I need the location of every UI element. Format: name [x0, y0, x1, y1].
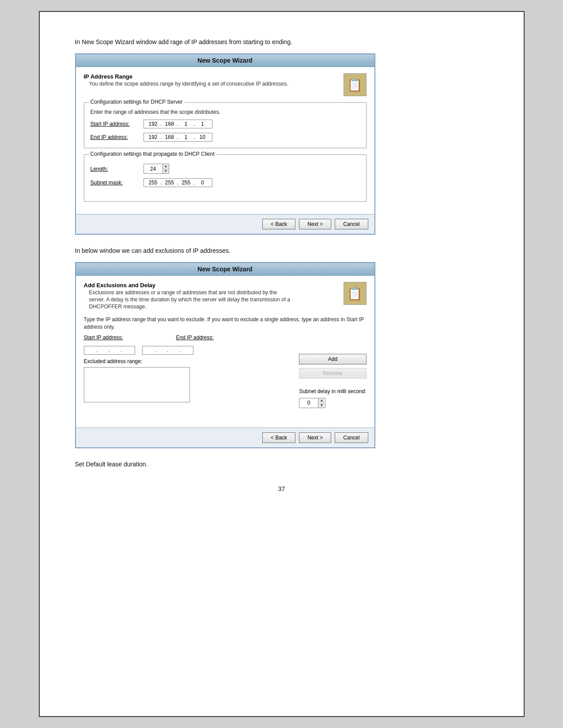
length-value[interactable] — [144, 165, 162, 173]
wizard1-body: IP Address Range You define the scope ad… — [76, 67, 374, 214]
wizard-window-2: New Scope Wizard Add Exclusions and Dela… — [75, 262, 375, 448]
excl-left: . . . . . . — [84, 346, 293, 402]
config-group-dhcp-server: Configuration settings for DHCP Server E… — [84, 102, 367, 148]
end-ip-seg3[interactable] — [179, 134, 193, 140]
excl-right: Add Remove Subnet delay in milli second:… — [299, 346, 366, 408]
length-label: Length: — [91, 166, 144, 172]
wizard2-title: New Scope Wizard — [197, 266, 252, 273]
wizard2-section-desc3: DHCPOFFER message. — [89, 304, 291, 310]
add-button[interactable]: Add — [299, 354, 366, 364]
wizard-window-1: New Scope Wizard IP Address Range You de… — [75, 53, 375, 235]
dot2: . — [177, 121, 178, 127]
wizard-titlebar-1: New Scope Wizard — [76, 54, 374, 67]
intro-text-2: In below window we can add exclusions of… — [75, 247, 488, 254]
dot3: . — [193, 121, 195, 127]
wizard2-header: Add Exclusions and Delay Exclusions are … — [84, 282, 367, 310]
subnet-row: Subnet mask: . . . — [91, 178, 360, 187]
config-group-dhcp-client: Configuration settings that propagate to… — [84, 154, 367, 202]
group1-intro: Enter the range of addresses that the sc… — [91, 109, 360, 115]
wizard2-next-button[interactable]: Next > — [299, 432, 331, 443]
wizard1-section-desc: You define the scope address range by id… — [89, 81, 288, 87]
start-ip-seg3[interactable] — [179, 121, 193, 127]
wizard1-footer: < Back Next > Cancel — [76, 214, 374, 234]
wizard2-back-button[interactable]: < Back — [262, 432, 295, 443]
excl-start-seg4[interactable] — [123, 347, 132, 353]
wizard1-cancel-button[interactable]: Cancel — [335, 219, 368, 229]
wizard1-section-title: IP Address Range — [84, 73, 288, 80]
subnet-seg2[interactable] — [162, 180, 177, 186]
length-row: Length: ▲ ▼ — [91, 164, 360, 174]
excl-end-seg1[interactable] — [145, 347, 155, 353]
length-up-arrow[interactable]: ▲ — [163, 164, 169, 169]
wizard2-footer: < Back Next > Cancel — [76, 428, 374, 447]
delay-spinner[interactable]: ▲ ▼ — [299, 398, 325, 408]
length-spinner[interactable]: ▲ ▼ — [144, 164, 170, 174]
start-ip-seg2[interactable] — [162, 121, 177, 127]
wizard1-icon: 📋 — [344, 73, 367, 96]
start-ip-seg4[interactable] — [196, 121, 210, 127]
excl-start-ip-input[interactable]: . . . — [84, 346, 135, 355]
excl-list-label: Excluded address range: — [84, 358, 293, 364]
end-ip-row: End IP address: . . . — [91, 133, 360, 142]
excl-ip-labels: Start IP address: End IP address: — [84, 334, 367, 342]
subnet-seg1[interactable] — [146, 180, 160, 186]
wizard2-cancel-button[interactable]: Cancel — [335, 432, 368, 443]
dot4: . — [161, 134, 162, 140]
delay-arrows[interactable]: ▲ ▼ — [318, 398, 325, 408]
wizard1-header: IP Address Range You define the scope ad… — [84, 73, 367, 96]
subnet-mask-input[interactable]: . . . — [144, 178, 212, 187]
wizard-titlebar-2: New Scope Wizard — [76, 263, 374, 276]
excl-end-ip-input[interactable]: . . . — [142, 346, 193, 355]
excl-list[interactable] — [84, 367, 190, 402]
excl-start-ip-label: Start IP address: — [84, 334, 123, 341]
group2-legend: Configuration settings that propagate to… — [89, 151, 216, 157]
end-ip-input[interactable]: . . . — [144, 133, 212, 142]
end-ip-label: End IP address: — [91, 134, 144, 140]
dot8: . — [177, 180, 178, 186]
start-ip-seg1[interactable] — [146, 121, 160, 127]
intro-text-1: In New Scope Wizard window add rage of I… — [75, 38, 488, 45]
excl-start-seg3[interactable] — [110, 347, 120, 353]
start-ip-label: Start IP address: — [91, 121, 144, 127]
dot5: . — [177, 134, 178, 140]
excl-type-desc: Type the IP address range that you want … — [84, 316, 367, 331]
wizard2-section-desc2: server. A delay is the time duration by … — [89, 296, 291, 303]
subnet-delay-label: Subnet delay in milli second: — [299, 388, 366, 394]
delay-up-arrow[interactable]: ▲ — [318, 398, 325, 403]
dot1: . — [161, 121, 162, 127]
dot7: . — [161, 180, 162, 186]
end-ip-seg4[interactable] — [196, 134, 210, 140]
wizard1-next-button[interactable]: Next > — [299, 219, 331, 229]
excl-ip-row: . . . . . . — [84, 346, 293, 355]
wizard2-header-text: Add Exclusions and Delay Exclusions are … — [84, 282, 291, 310]
wizard1-title: New Scope Wizard — [197, 57, 252, 64]
subnet-seg4[interactable] — [196, 180, 210, 186]
page: In New Scope Wizard window add rage of I… — [39, 11, 525, 717]
excl-end-seg2[interactable] — [157, 347, 166, 353]
excl-start-seg1[interactable] — [87, 347, 96, 353]
end-ip-seg2[interactable] — [162, 134, 177, 140]
wizard2-icon: 📋 — [344, 282, 367, 305]
end-ip-seg1[interactable] — [146, 134, 160, 140]
excl-end-seg4[interactable] — [181, 347, 191, 353]
wizard1-back-button[interactable]: < Back — [262, 219, 295, 229]
wizard2-section-desc1: Exclusions are addresses or a range of a… — [89, 289, 291, 296]
wizard2-body: Add Exclusions and Delay Exclusions are … — [76, 276, 374, 428]
subnet-label: Subnet mask: — [91, 180, 144, 186]
dot9: . — [193, 180, 195, 186]
delay-value[interactable] — [299, 399, 318, 407]
start-ip-row: Start IP address: . . . — [91, 120, 360, 128]
excl-end-seg3[interactable] — [169, 347, 178, 353]
bottom-text: Set Default lease duration. — [75, 461, 488, 468]
wizard2-section-title: Add Exclusions and Delay — [84, 282, 291, 289]
excl-main-row: . . . . . . — [84, 346, 367, 408]
length-arrows[interactable]: ▲ ▼ — [162, 164, 169, 173]
excl-start-seg2[interactable] — [98, 347, 108, 353]
remove-button[interactable]: Remove — [299, 368, 366, 379]
length-down-arrow[interactable]: ▼ — [163, 169, 169, 173]
start-ip-input[interactable]: . . . — [144, 120, 212, 128]
subnet-seg3[interactable] — [179, 180, 193, 186]
wizard1-header-text: IP Address Range You define the scope ad… — [84, 73, 288, 87]
excl-end-ip-label: End IP address: — [176, 334, 214, 341]
delay-down-arrow[interactable]: ▼ — [318, 403, 325, 408]
